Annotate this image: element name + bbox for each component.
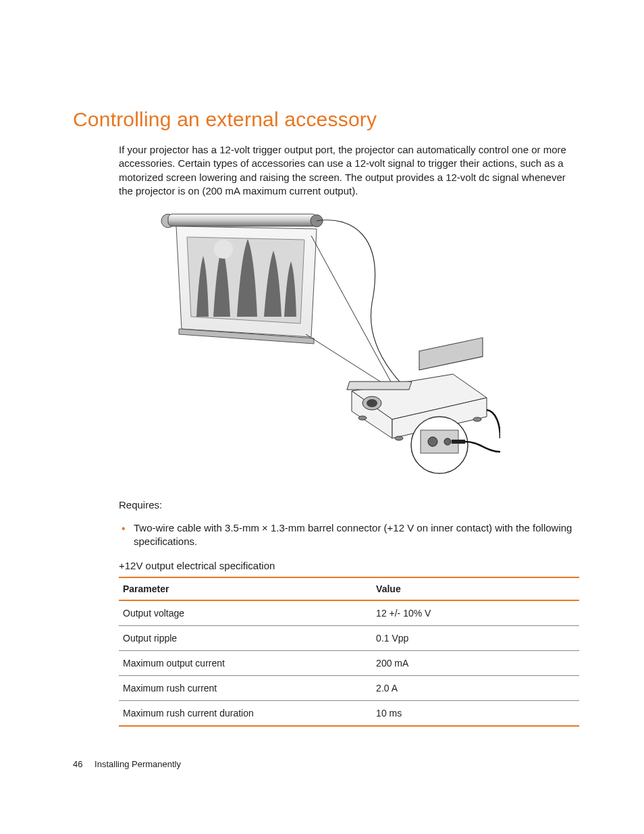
list-item: Two-wire cable with 3.5-mm × 1.3-mm barr… [119,521,576,549]
table-row: Output voltage 12 +/- 10% V [119,600,579,626]
table-caption: +12V output electrical specification [73,560,576,571]
cell-param: Output ripple [119,625,372,650]
section-name: Installing Permanently [95,759,181,769]
svg-point-13 [367,399,377,407]
section-heading: Controlling an external accessory [73,108,576,131]
requirements-list: Two-wire cable with 3.5-mm × 1.3-mm barr… [73,521,576,549]
svg-point-21 [428,437,437,446]
cell-value: 10 ms [372,700,579,726]
page-number: 46 [73,759,82,769]
table-row: Maximum rush current duration 10 ms [119,700,579,726]
svg-rect-15 [419,338,483,370]
cell-value: 0.1 Vpp [372,625,579,650]
page-footer: 46 Installing Permanently [73,759,576,769]
cell-param: Maximum rush current [119,675,372,700]
header-parameter: Parameter [119,577,372,600]
table-row: Output ripple 0.1 Vpp [119,625,579,650]
cell-param: Maximum rush current duration [119,700,372,726]
cell-param: Output voltage [119,600,372,626]
cell-param: Maximum output current [119,650,372,675]
illustration [73,209,576,479]
cell-value: 200 mA [372,650,579,675]
table-row: Maximum rush current 2.0 A [119,675,579,700]
cell-value: 2.0 A [372,675,579,700]
cell-value: 12 +/- 10% V [372,600,579,626]
projector-screen-illustration [149,209,500,479]
svg-rect-1 [168,214,317,226]
table-row: Maximum output current 200 mA [119,650,579,675]
svg-point-22 [444,438,451,445]
svg-point-5 [214,240,233,259]
spec-table: Parameter Value Output voltage 12 +/- 10… [119,577,579,727]
header-value: Value [372,577,579,600]
document-page: Controlling an external accessory If you… [0,0,644,810]
svg-point-17 [395,436,403,440]
svg-line-7 [311,236,392,384]
intro-paragraph: If your projector has a 12-volt trigger … [73,143,576,198]
table-header-row: Parameter Value [119,577,579,600]
svg-line-8 [306,334,391,388]
requires-label: Requires: [73,499,576,511]
svg-rect-23 [452,440,465,444]
svg-point-16 [358,416,367,420]
svg-point-18 [473,417,481,421]
svg-rect-14 [347,382,412,390]
